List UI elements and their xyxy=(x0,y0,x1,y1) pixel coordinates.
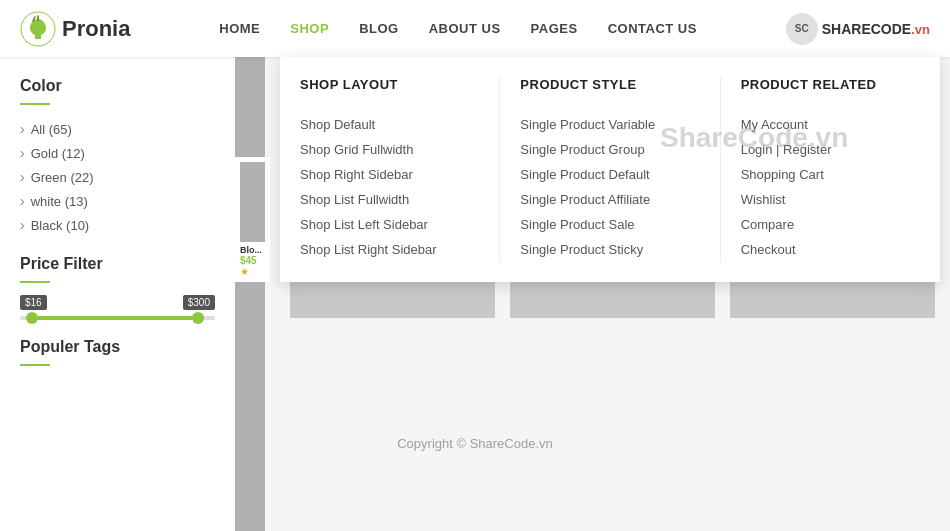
product-style-title: PRODUCT STYLE xyxy=(520,77,699,98)
color-filter-black[interactable]: Black (10) xyxy=(20,213,215,237)
nav-shop[interactable]: SHOP xyxy=(290,21,329,36)
shop-layout-title: SHOP LAYOUT xyxy=(300,77,479,98)
nav-home[interactable]: HOME xyxy=(219,21,260,36)
partial-product-edge xyxy=(235,57,265,531)
price-filter-title: Price Filter xyxy=(20,255,215,273)
checkout-link[interactable]: Checkout xyxy=(741,237,920,262)
shop-list-left-sidebar-link[interactable]: Shop List Left Sidebar xyxy=(300,212,479,237)
sharecode-circle-icon: SC xyxy=(786,13,818,45)
mega-menu-dropdown: ShareCode.vn SHOP LAYOUT Shop Default Sh… xyxy=(280,57,940,282)
price-slider-min-thumb[interactable] xyxy=(26,312,38,324)
logo[interactable]: Pronia xyxy=(20,11,130,47)
shopping-cart-link[interactable]: Shopping Cart xyxy=(741,162,920,187)
sidebar: Color All (65) Gold (12) Green (22) whit… xyxy=(0,57,235,531)
tags-section: Populer Tags xyxy=(20,338,215,366)
color-title-underline xyxy=(20,103,50,105)
mega-col-shop-layout: SHOP LAYOUT Shop Default Shop Grid Fullw… xyxy=(280,77,500,262)
nav-contact[interactable]: CONTACT US xyxy=(608,21,697,36)
login-register-link[interactable]: Login | Register xyxy=(741,137,920,162)
shop-list-fullwidth-link[interactable]: Shop List Fullwidth xyxy=(300,187,479,212)
shop-right-sidebar-link[interactable]: Shop Right Sidebar xyxy=(300,162,479,187)
wishlist-link[interactable]: Wishlist xyxy=(741,187,920,212)
partial-product-stars: ★ xyxy=(240,266,265,277)
partial-product-name: Blo... xyxy=(240,245,265,255)
price-filter-section: Price Filter $16 $300 xyxy=(20,255,215,320)
color-filter-title: Color xyxy=(20,77,215,95)
color-filter-white[interactable]: white (13) xyxy=(20,189,215,213)
partial-product-image xyxy=(240,162,265,242)
tags-title-underline xyxy=(20,364,50,366)
price-max-label: $300 xyxy=(183,295,215,310)
single-affiliate-link[interactable]: Single Product Affiliate xyxy=(520,187,699,212)
shop-default-link[interactable]: Shop Default xyxy=(300,112,479,137)
single-group-link[interactable]: Single Product Group xyxy=(520,137,699,162)
nav-pages[interactable]: PAGES xyxy=(531,21,578,36)
sharecode-vn: .vn xyxy=(911,22,930,37)
logo-icon xyxy=(20,11,56,47)
compare-link[interactable]: Compare xyxy=(741,212,920,237)
product-related-title: PRODUCT RELATED xyxy=(741,77,920,98)
shop-list-right-sidebar-link[interactable]: Shop List Right Sidebar xyxy=(300,237,479,262)
single-variable-link[interactable]: Single Product Variable xyxy=(520,112,699,137)
header: Pronia HOME SHOP BLOG ABOUT US PAGES CON… xyxy=(0,0,950,57)
price-slider-max-thumb[interactable] xyxy=(192,312,204,324)
price-labels: $16 $300 xyxy=(20,295,215,310)
main-nav: HOME SHOP BLOG ABOUT US PAGES CONTACT US xyxy=(219,21,697,36)
nav-blog[interactable]: BLOG xyxy=(359,21,399,36)
sharecode-label: SHARECODE xyxy=(822,21,911,37)
mega-col-product-style: PRODUCT STYLE Single Product Variable Si… xyxy=(500,77,720,262)
single-default-link[interactable]: Single Product Default xyxy=(520,162,699,187)
nav-about[interactable]: ABOUT US xyxy=(429,21,501,36)
price-slider-fill xyxy=(30,316,196,320)
mega-col-product-related: PRODUCT RELATED My Account Login | Regis… xyxy=(721,77,940,262)
single-sticky-link[interactable]: Single Product Sticky xyxy=(520,237,699,262)
logo-text: Pronia xyxy=(62,16,130,42)
single-sale-link[interactable]: Single Product Sale xyxy=(520,212,699,237)
shop-grid-fullwidth-link[interactable]: Shop Grid Fullwidth xyxy=(300,137,479,162)
partial-product-info: Blo... $45 ★ xyxy=(235,157,270,282)
price-min-label: $16 xyxy=(20,295,47,310)
sharecode-text: SHARECODE.vn xyxy=(822,21,930,37)
price-title-underline xyxy=(20,281,50,283)
partial-product-price: $45 xyxy=(240,255,265,266)
tags-title: Populer Tags xyxy=(20,338,215,356)
color-filter-all[interactable]: All (65) xyxy=(20,117,215,141)
sharecode-badge: SC SHARECODE.vn xyxy=(786,13,930,45)
price-slider-track[interactable] xyxy=(20,316,215,320)
color-filter-gold[interactable]: Gold (12) xyxy=(20,141,215,165)
my-account-link[interactable]: My Account xyxy=(741,112,920,137)
color-filter-green[interactable]: Green (22) xyxy=(20,165,215,189)
